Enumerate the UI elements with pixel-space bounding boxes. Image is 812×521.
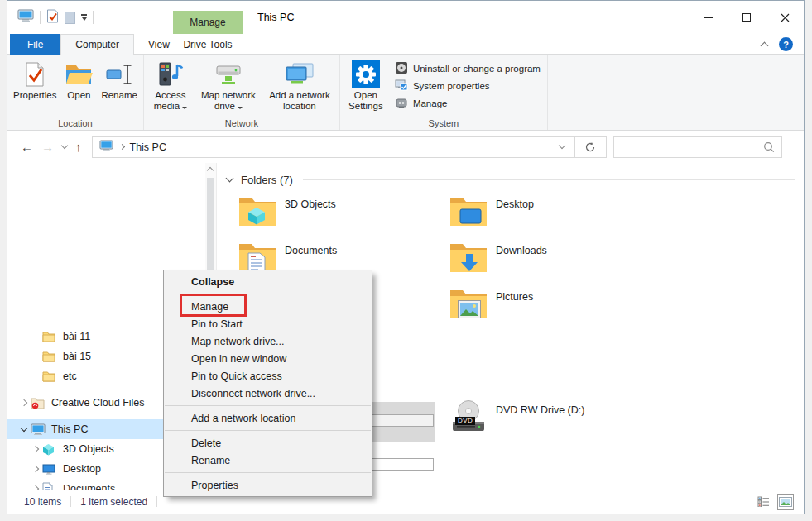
tab-drive-tools[interactable]: Drive Tools	[173, 34, 243, 55]
system-properties-button[interactable]: System properties	[390, 77, 545, 94]
dropdown-arrow-icon	[238, 107, 243, 109]
breadcrumb-location[interactable]: This PC	[130, 141, 166, 153]
selection-count: 1 item selected	[80, 496, 147, 508]
rename-button[interactable]: Rename	[97, 56, 141, 116]
back-icon[interactable]: ←	[21, 140, 33, 154]
address-dropdown-icon[interactable]	[558, 141, 565, 148]
ribbon-group-location: Properties Open Rename Location	[7, 55, 144, 130]
collapse-section-icon[interactable]	[226, 174, 234, 183]
help-icon[interactable]: ?	[779, 37, 793, 51]
open-button[interactable]: Open	[60, 56, 97, 116]
divider	[70, 496, 71, 507]
annotation-red-box	[180, 294, 247, 317]
window-controls	[689, 1, 804, 34]
tabrow-right: ?	[762, 34, 804, 55]
uninstall-icon	[395, 61, 408, 76]
ribbon-tab-row: File Computer View Drive Tools ?	[7, 34, 804, 55]
uninstall-program-button[interactable]: Uninstall or change a program	[390, 60, 545, 77]
forward-icon[interactable]: →	[41, 140, 54, 154]
this-pc-icon	[99, 140, 113, 155]
group-label-system: System	[342, 116, 545, 130]
menu-item-pin-to-quick-access[interactable]: Pin to Quick access	[164, 367, 372, 385]
menu-item-add-network-location[interactable]: Add a network location	[164, 409, 372, 427]
add-network-location-button[interactable]: Add a network location	[262, 56, 338, 116]
scroll-up-icon[interactable]	[207, 167, 214, 174]
search-box[interactable]	[613, 136, 782, 158]
chevron-down-icon[interactable]	[21, 424, 27, 431]
divider	[156, 496, 157, 507]
tile-downloads[interactable]: Downloads	[449, 241, 652, 284]
open-settings-button[interactable]: Open Settings	[342, 56, 390, 116]
menu-item-open-in-new-window[interactable]: Open in new window	[164, 350, 372, 367]
address-row: ← → ↑ This PC	[7, 131, 804, 163]
titlebar: Manage This PC	[7, 1, 804, 34]
section-rule	[303, 179, 795, 180]
creative-cloud-icon	[31, 397, 49, 409]
map-network-drive-button[interactable]: Map network drive	[195, 56, 262, 116]
chevron-right-icon[interactable]	[32, 466, 39, 472]
menu-separator	[165, 430, 371, 431]
map-network-drive-icon	[214, 60, 243, 88]
tile-3d-objects[interactable]: 3D Objects	[238, 194, 441, 237]
minimize-button[interactable]	[689, 1, 728, 34]
qat-properties-icon[interactable]	[46, 9, 59, 26]
this-pc-icon	[17, 9, 34, 26]
ribbon-group-system: Open Settings Uninstall or change a prog…	[340, 55, 548, 130]
thumbnail-view-icon[interactable]	[777, 494, 794, 510]
refresh-button[interactable]	[575, 136, 607, 158]
tile-dvd-drive[interactable]: DVD DVD RW Drive (D:)	[449, 399, 584, 436]
menu-item-collapse[interactable]: Collapse	[164, 273, 372, 290]
menu-item-rename[interactable]: Rename	[164, 452, 372, 469]
close-button[interactable]	[766, 1, 804, 34]
folder-icon	[42, 331, 60, 342]
window-title: This PC	[257, 1, 294, 34]
tile-desktop[interactable]: Desktop	[449, 194, 652, 237]
scrollbar-thumb[interactable]	[207, 178, 214, 277]
settings-gear-icon	[352, 60, 380, 88]
desktop-icon	[42, 464, 60, 475]
menu-item-properties[interactable]: Properties	[164, 476, 372, 494]
contextual-tab-group-manage: Manage	[173, 11, 243, 34]
system-small-buttons: Uninstall or change a program System pro…	[390, 56, 545, 116]
access-media-button[interactable]: Access media	[146, 56, 195, 116]
menu-item-delete[interactable]: Delete	[164, 434, 372, 452]
ribbon-group-network: Access media Map network drive Add a net…	[144, 55, 340, 130]
menu-separator	[165, 472, 371, 473]
up-icon[interactable]: ↑	[75, 140, 82, 154]
tile-pictures[interactable]: Pictures	[449, 287, 652, 330]
status-bar: 10 items 1 item selected	[7, 490, 804, 514]
recent-locations-icon[interactable]	[61, 141, 68, 148]
breadcrumb-chevron-icon[interactable]	[118, 144, 124, 150]
properties-button[interactable]: Properties	[9, 56, 60, 116]
address-bar[interactable]: This PC	[92, 136, 575, 158]
system-properties-icon	[395, 79, 408, 93]
screenshot-stage: Manage This PC File Computer View Drive …	[0, 0, 812, 521]
tab-computer[interactable]: Computer	[60, 34, 134, 55]
folders-header-label: Folders (7)	[241, 174, 293, 186]
folder-icon	[42, 370, 60, 382]
cube-icon	[247, 206, 267, 226]
3d-objects-icon	[42, 443, 60, 456]
menu-item-disconnect-network-drive[interactable]: Disconnect network drive...	[164, 385, 372, 402]
dvd-badge: DVD	[455, 417, 475, 425]
dvd-drive-label: DVD RW Drive (D:)	[496, 404, 584, 436]
manage-button[interactable]: Manage	[390, 94, 545, 112]
manage-icon	[395, 96, 408, 111]
maximize-button[interactable]	[728, 1, 766, 34]
photo-icon	[458, 300, 481, 318]
menu-item-pin-to-start[interactable]: Pin to Start	[164, 315, 372, 332]
ribbon: Properties Open Rename Location	[7, 55, 804, 131]
chevron-right-icon[interactable]	[32, 446, 39, 452]
minimize-ribbon-icon[interactable]	[761, 42, 769, 50]
tab-file[interactable]: File	[10, 34, 60, 55]
folders-section-header[interactable]: Folders (7)	[227, 174, 795, 186]
qat-new-folder-icon[interactable]	[65, 12, 75, 24]
contextual-group-label: Manage	[190, 17, 225, 28]
chevron-right-icon[interactable]	[21, 399, 27, 406]
close-icon	[781, 13, 790, 22]
folder-icon	[449, 287, 488, 322]
menu-item-map-network-drive[interactable]: Map network drive...	[164, 332, 372, 350]
customize-qat-icon[interactable]	[81, 14, 87, 21]
search-input[interactable]	[621, 141, 763, 153]
details-view-icon[interactable]	[755, 494, 771, 510]
